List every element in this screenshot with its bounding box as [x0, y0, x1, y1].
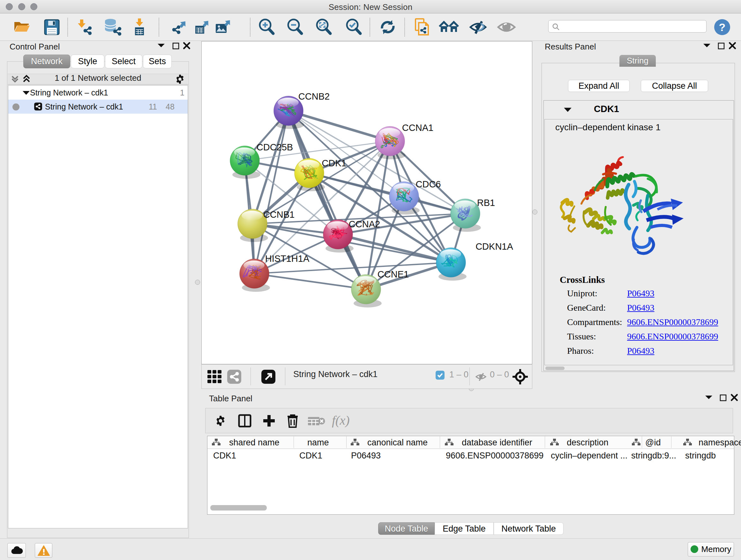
svg-text:CDK1: CDK1 — [322, 158, 346, 168]
svg-text:CCNB1: CCNB1 — [263, 209, 294, 220]
svg-text:CCNA2: CCNA2 — [349, 219, 380, 229]
svg-text:RB1: RB1 — [477, 198, 495, 208]
svg-text:HIST1H1A: HIST1H1A — [265, 253, 310, 264]
svg-text:CCNB2: CCNB2 — [298, 91, 330, 102]
svg-text:CDKN1A: CDKN1A — [475, 241, 513, 252]
svg-text:CCNE1: CCNE1 — [378, 269, 409, 279]
svg-text:?: ? — [719, 21, 726, 33]
svg-text:CCNA1: CCNA1 — [402, 123, 433, 133]
svg-text:CDC25B: CDC25B — [257, 142, 293, 152]
svg-text:CDC6: CDC6 — [416, 179, 441, 189]
